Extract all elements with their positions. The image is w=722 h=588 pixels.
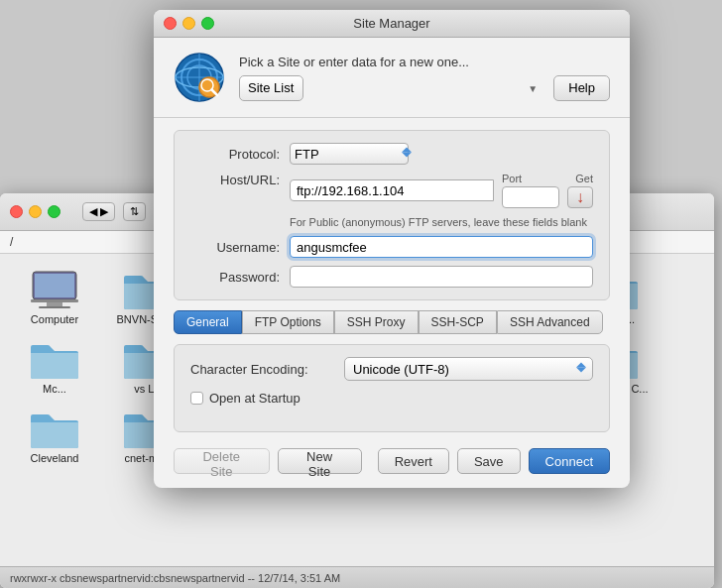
- sm-minimize-button[interactable]: [182, 17, 195, 30]
- folder-icon: [29, 337, 80, 381]
- folder-icon: [29, 407, 80, 450]
- sm-startup-label: Open at Startup: [209, 391, 301, 406]
- sm-get-button[interactable]: ↓: [567, 186, 593, 208]
- finder-status-bar: rwxrwxr-x cbsnewspartnervid:cbsnewspartn…: [0, 566, 714, 588]
- finder-item-label: Cleveland: [31, 452, 79, 464]
- sm-username-label: Username:: [190, 240, 280, 255]
- list-item[interactable]: Mc...: [10, 333, 99, 399]
- sm-revert-button[interactable]: Revert: [378, 448, 449, 474]
- sm-port-input[interactable]: [502, 186, 559, 208]
- sm-encoding-row: Character Encoding: Unicode (UTF-8): [190, 357, 593, 381]
- svg-rect-4: [39, 306, 70, 308]
- sm-pick-text: Pick a Site or enter data for a new one.…: [239, 55, 610, 69]
- svg-rect-2: [31, 299, 78, 302]
- sm-save-button[interactable]: Save: [457, 448, 521, 474]
- sm-site-select-area: Pick a Site or enter data for a new one.…: [239, 55, 610, 101]
- finder-minimize-button[interactable]: [29, 205, 42, 218]
- tab-ssh-proxy[interactable]: SSH Proxy: [334, 310, 419, 334]
- sm-encoding-select[interactable]: Unicode (UTF-8): [344, 357, 593, 381]
- sm-get-column-label: Get: [575, 173, 593, 184]
- sm-site-list-select[interactable]: Site List: [239, 75, 303, 101]
- sm-traffic-lights: [164, 17, 214, 30]
- sm-select-arrow-icon: ▼: [528, 82, 538, 93]
- sm-protocol-label: Protocol:: [190, 147, 280, 162]
- sm-anon-note: For Public (anonymous) FTP servers, leav…: [290, 216, 593, 228]
- sm-divider: [154, 117, 630, 118]
- sm-select-row: Site List ▼ Help: [239, 75, 610, 101]
- sm-username-input[interactable]: [290, 236, 593, 258]
- sm-host-input[interactable]: [290, 179, 494, 201]
- computer-label: Computer: [31, 313, 78, 325]
- sm-username-row: Username:: [190, 236, 593, 258]
- sm-help-button[interactable]: Help: [553, 75, 610, 101]
- sm-encoding-wrapper: Unicode (UTF-8): [344, 357, 593, 381]
- sm-host-row: Host/URL: Port Get ↓: [190, 173, 593, 208]
- sm-form-section: Protocol: FTP Host/URL: Port: [174, 130, 610, 300]
- sm-startup-checkbox[interactable]: [190, 392, 203, 405]
- sm-titlebar: Site Manager: [154, 10, 630, 38]
- finder-arrange-button[interactable]: ⇅: [123, 202, 146, 221]
- svg-rect-3: [47, 302, 62, 306]
- computer-icon: [29, 268, 80, 311]
- sm-port-column-label: Port: [502, 173, 522, 184]
- sm-top-section: Pick a Site or enter data for a new one.…: [174, 52, 610, 103]
- sm-new-site-button[interactable]: New Site: [278, 448, 362, 474]
- sm-password-label: Password:: [190, 270, 280, 285]
- sm-logo: [174, 52, 225, 103]
- sm-host-label: Host/URL:: [190, 173, 280, 187]
- finder-zoom-button[interactable]: [48, 205, 60, 218]
- svg-rect-1: [35, 274, 74, 297]
- tab-ssh-advanced[interactable]: SSH Advanced: [497, 310, 603, 334]
- sm-protocol-wrapper: FTP: [290, 143, 419, 165]
- tab-ftp-options[interactable]: FTP Options: [242, 310, 334, 334]
- list-item[interactable]: Cleveland: [10, 403, 99, 468]
- sm-close-button[interactable]: [164, 17, 177, 30]
- tab-general[interactable]: General: [174, 310, 242, 334]
- sm-site-list-wrapper: Site List ▼: [239, 75, 545, 101]
- sm-password-row: Password:: [190, 266, 593, 288]
- site-manager-window: Site Manager Pick a Site o: [154, 10, 630, 488]
- tab-ssh-scp[interactable]: SSH-SCP: [419, 310, 497, 334]
- sm-protocol-row: Protocol: FTP: [190, 143, 593, 165]
- finder-close-button[interactable]: [10, 205, 23, 218]
- sm-connect-button[interactable]: Connect: [529, 448, 610, 474]
- sm-tabs: General FTP Options SSH Proxy SSH-SCP SS…: [174, 310, 610, 334]
- sm-delete-site-button[interactable]: Delete Site: [174, 448, 270, 474]
- finder-back-button[interactable]: ◀ ▶: [82, 202, 115, 221]
- sm-zoom-button[interactable]: [201, 17, 214, 30]
- sm-get-arrow-icon: ↓: [576, 188, 584, 206]
- sm-body: Pick a Site or enter data for a new one.…: [154, 38, 630, 488]
- sm-protocol-select[interactable]: FTP: [290, 143, 409, 165]
- sm-tab-content: Character Encoding: Unicode (UTF-8) Open…: [174, 344, 610, 432]
- sm-startup-row: Open at Startup: [190, 391, 593, 406]
- finder-status-text: rwxrwxr-x cbsnewspartnervid:cbsnewspartn…: [10, 572, 340, 584]
- sm-title: Site Manager: [353, 16, 429, 31]
- finder-item-label: Mc...: [43, 383, 66, 395]
- sm-bottom-buttons: Delete Site New Site Revert Save Connect: [174, 444, 610, 474]
- sm-password-input[interactable]: [290, 266, 593, 288]
- finder-computer-icon-item[interactable]: Computer: [10, 264, 99, 329]
- sm-encoding-label: Character Encoding:: [190, 362, 334, 377]
